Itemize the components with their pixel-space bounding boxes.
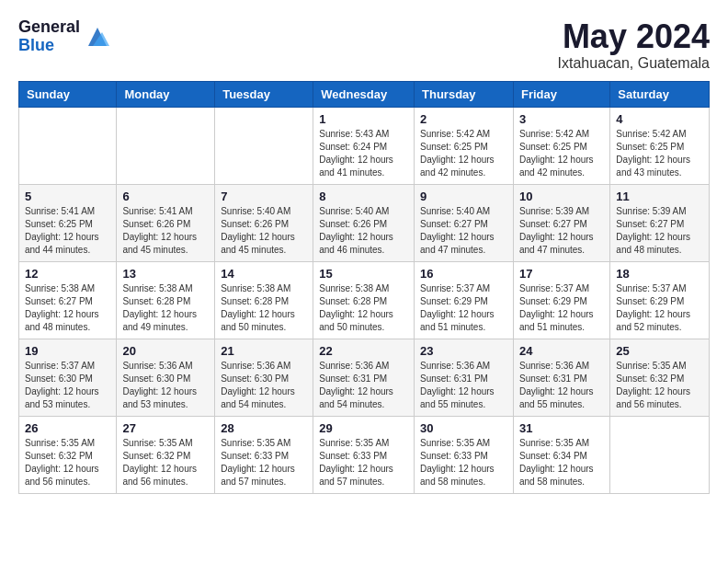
day-info: Sunrise: 5:38 AM Sunset: 6:28 PM Dayligh… [319,282,408,334]
calendar-cell: 8Sunrise: 5:40 AM Sunset: 6:26 PM Daylig… [313,184,415,261]
calendar-cell: 3Sunrise: 5:42 AM Sunset: 6:25 PM Daylig… [513,107,609,184]
day-number: 21 [221,344,307,358]
day-number: 2 [420,112,507,126]
day-number: 26 [25,421,110,435]
calendar-table: SundayMondayTuesdayWednesdayThursdayFrid… [18,81,710,494]
day-info: Sunrise: 5:36 AM Sunset: 6:30 PM Dayligh… [221,360,307,411]
calendar-cell: 17Sunrise: 5:37 AM Sunset: 6:29 PM Dayli… [513,261,609,339]
day-info: Sunrise: 5:38 AM Sunset: 6:28 PM Dayligh… [122,282,209,334]
calendar-cell: 11Sunrise: 5:39 AM Sunset: 6:27 PM Dayli… [610,184,710,261]
calendar-week-row: 26Sunrise: 5:35 AM Sunset: 6:32 PM Dayli… [19,416,710,493]
calendar-cell: 25Sunrise: 5:35 AM Sunset: 6:32 PM Dayli… [610,339,710,416]
weekday-header: Saturday [610,81,710,107]
day-info: Sunrise: 5:37 AM Sunset: 6:29 PM Dayligh… [420,282,507,334]
day-info: Sunrise: 5:40 AM Sunset: 6:26 PM Dayligh… [221,205,307,257]
calendar-cell: 9Sunrise: 5:40 AM Sunset: 6:27 PM Daylig… [415,184,514,261]
calendar-cell: 20Sunrise: 5:36 AM Sunset: 6:30 PM Dayli… [117,339,215,416]
day-info: Sunrise: 5:41 AM Sunset: 6:26 PM Dayligh… [122,205,209,257]
calendar-week-row: 19Sunrise: 5:37 AM Sunset: 6:30 PM Dayli… [19,339,710,416]
calendar-cell: 23Sunrise: 5:36 AM Sunset: 6:31 PM Dayli… [415,339,514,416]
day-number: 6 [122,190,209,203]
day-number: 27 [122,421,209,435]
calendar-header-row: SundayMondayTuesdayWednesdayThursdayFrid… [19,81,710,107]
calendar-cell: 19Sunrise: 5:37 AM Sunset: 6:30 PM Dayli… [19,339,117,416]
day-info: Sunrise: 5:37 AM Sunset: 6:29 PM Dayligh… [616,282,703,334]
day-info: Sunrise: 5:36 AM Sunset: 6:30 PM Dayligh… [122,360,209,411]
day-number: 17 [519,267,604,281]
calendar-cell: 13Sunrise: 5:38 AM Sunset: 6:28 PM Dayli… [117,261,215,339]
calendar-cell: 5Sunrise: 5:41 AM Sunset: 6:25 PM Daylig… [19,184,117,261]
day-info: Sunrise: 5:35 AM Sunset: 6:33 PM Dayligh… [319,437,408,488]
weekday-header: Wednesday [313,81,415,107]
calendar-week-row: 5Sunrise: 5:41 AM Sunset: 6:25 PM Daylig… [19,184,710,261]
title-section: May 2024 Ixtahuacan, Guatemala [558,18,710,72]
calendar-cell [215,107,313,184]
day-info: Sunrise: 5:39 AM Sunset: 6:27 PM Dayligh… [519,205,604,257]
day-info: Sunrise: 5:37 AM Sunset: 6:30 PM Dayligh… [25,360,110,411]
weekday-header: Monday [117,81,215,107]
logo-general-text: General [18,18,80,37]
day-number: 15 [319,267,408,281]
day-number: 28 [221,421,307,435]
day-info: Sunrise: 5:42 AM Sunset: 6:25 PM Dayligh… [519,128,604,179]
day-number: 23 [420,344,507,358]
day-number: 30 [420,421,507,435]
weekday-header: Friday [513,81,609,107]
calendar-cell: 10Sunrise: 5:39 AM Sunset: 6:27 PM Dayli… [513,184,609,261]
day-info: Sunrise: 5:42 AM Sunset: 6:25 PM Dayligh… [616,128,703,179]
day-info: Sunrise: 5:39 AM Sunset: 6:27 PM Dayligh… [616,205,703,257]
day-number: 14 [221,267,307,281]
day-info: Sunrise: 5:43 AM Sunset: 6:24 PM Dayligh… [319,128,408,179]
day-info: Sunrise: 5:41 AM Sunset: 6:25 PM Dayligh… [25,205,110,257]
day-info: Sunrise: 5:42 AM Sunset: 6:25 PM Dayligh… [420,128,507,179]
page-header: General Blue May 2024 Ixtahuacan, Guatem… [18,18,710,72]
month-year-title: May 2024 [558,18,710,55]
day-number: 1 [319,112,408,126]
day-info: Sunrise: 5:35 AM Sunset: 6:34 PM Dayligh… [519,437,604,488]
day-info: Sunrise: 5:35 AM Sunset: 6:32 PM Dayligh… [122,437,209,488]
day-info: Sunrise: 5:40 AM Sunset: 6:26 PM Dayligh… [319,205,408,257]
day-number: 13 [122,267,209,281]
calendar-cell: 12Sunrise: 5:38 AM Sunset: 6:27 PM Dayli… [19,261,117,339]
day-number: 16 [420,267,507,281]
calendar-cell: 6Sunrise: 5:41 AM Sunset: 6:26 PM Daylig… [117,184,215,261]
day-info: Sunrise: 5:38 AM Sunset: 6:28 PM Dayligh… [221,282,307,334]
logo-icon [84,23,111,51]
day-info: Sunrise: 5:36 AM Sunset: 6:31 PM Dayligh… [420,360,507,411]
calendar-cell: 16Sunrise: 5:37 AM Sunset: 6:29 PM Dayli… [415,261,514,339]
weekday-header: Tuesday [215,81,313,107]
day-number: 12 [25,267,110,281]
day-info: Sunrise: 5:37 AM Sunset: 6:29 PM Dayligh… [519,282,604,334]
calendar-cell [19,107,117,184]
calendar-cell: 28Sunrise: 5:35 AM Sunset: 6:33 PM Dayli… [215,416,313,493]
logo-blue-text: Blue [18,37,80,55]
day-number: 29 [319,421,408,435]
calendar-week-row: 12Sunrise: 5:38 AM Sunset: 6:27 PM Dayli… [19,261,710,339]
location-text: Ixtahuacan, Guatemala [558,55,710,72]
day-number: 11 [616,190,703,203]
calendar-cell: 2Sunrise: 5:42 AM Sunset: 6:25 PM Daylig… [415,107,514,184]
calendar-cell: 30Sunrise: 5:35 AM Sunset: 6:33 PM Dayli… [415,416,514,493]
calendar-cell: 21Sunrise: 5:36 AM Sunset: 6:30 PM Dayli… [215,339,313,416]
calendar-cell: 18Sunrise: 5:37 AM Sunset: 6:29 PM Dayli… [610,261,710,339]
day-info: Sunrise: 5:35 AM Sunset: 6:33 PM Dayligh… [420,437,507,488]
day-info: Sunrise: 5:36 AM Sunset: 6:31 PM Dayligh… [319,360,408,411]
calendar-cell: 7Sunrise: 5:40 AM Sunset: 6:26 PM Daylig… [215,184,313,261]
day-number: 3 [519,112,604,126]
calendar-cell: 4Sunrise: 5:42 AM Sunset: 6:25 PM Daylig… [610,107,710,184]
day-number: 5 [25,190,110,203]
day-info: Sunrise: 5:35 AM Sunset: 6:32 PM Dayligh… [25,437,110,488]
weekday-header: Sunday [19,81,117,107]
calendar-cell: 1Sunrise: 5:43 AM Sunset: 6:24 PM Daylig… [313,107,415,184]
logo: General Blue [18,18,111,55]
calendar-cell: 29Sunrise: 5:35 AM Sunset: 6:33 PM Dayli… [313,416,415,493]
day-number: 9 [420,190,507,203]
day-number: 18 [616,267,703,281]
day-number: 8 [319,190,408,203]
calendar-cell [117,107,215,184]
calendar-cell: 27Sunrise: 5:35 AM Sunset: 6:32 PM Dayli… [117,416,215,493]
calendar-cell: 15Sunrise: 5:38 AM Sunset: 6:28 PM Dayli… [313,261,415,339]
day-info: Sunrise: 5:40 AM Sunset: 6:27 PM Dayligh… [420,205,507,257]
calendar-cell: 31Sunrise: 5:35 AM Sunset: 6:34 PM Dayli… [513,416,609,493]
calendar-cell: 14Sunrise: 5:38 AM Sunset: 6:28 PM Dayli… [215,261,313,339]
